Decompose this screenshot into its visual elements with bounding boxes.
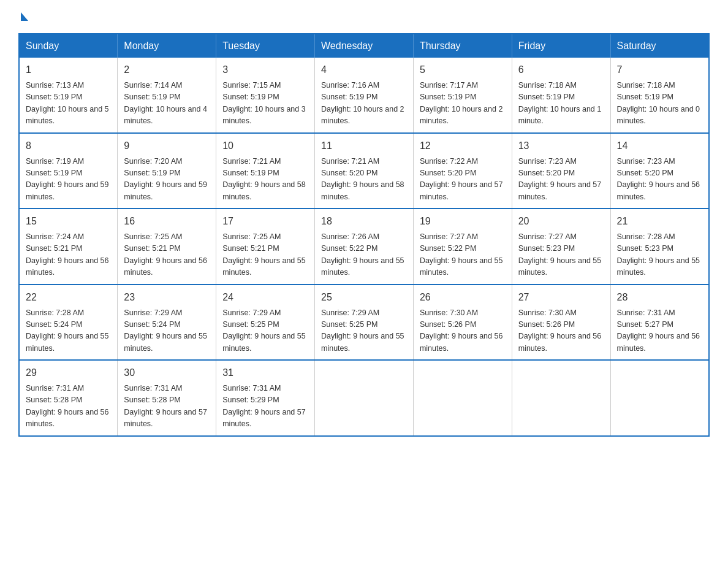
day-number: 29 — [26, 366, 111, 380]
day-number: 8 — [26, 139, 111, 153]
day-number: 5 — [420, 63, 506, 77]
day-number: 10 — [222, 139, 308, 153]
calendar-cell: 11Sunrise: 7:21 AMSunset: 5:20 PMDayligh… — [315, 133, 414, 209]
calendar-cell: 10Sunrise: 7:21 AMSunset: 5:19 PMDayligh… — [216, 133, 315, 209]
calendar-cell: 30Sunrise: 7:31 AMSunset: 5:28 PMDayligh… — [118, 360, 216, 436]
calendar-cell: 28Sunrise: 7:31 AMSunset: 5:27 PMDayligh… — [610, 285, 709, 361]
day-number: 9 — [124, 139, 210, 153]
calendar-cell: 4Sunrise: 7:16 AMSunset: 5:19 PMDaylight… — [315, 58, 414, 133]
day-of-week-header: Wednesday — [315, 34, 414, 58]
day-info: Sunrise: 7:29 AMSunset: 5:24 PMDaylight:… — [124, 307, 210, 355]
calendar-cell: 15Sunrise: 7:24 AMSunset: 5:21 PMDayligh… — [19, 209, 118, 285]
day-info: Sunrise: 7:16 AMSunset: 5:19 PMDaylight:… — [321, 80, 407, 128]
calendar-cell: 6Sunrise: 7:18 AMSunset: 5:19 PMDaylight… — [512, 58, 610, 133]
calendar-cell: 18Sunrise: 7:26 AMSunset: 5:22 PMDayligh… — [315, 209, 414, 285]
logo-triangle-icon — [21, 12, 28, 21]
day-number: 22 — [26, 290, 111, 305]
calendar-week-row: 8Sunrise: 7:19 AMSunset: 5:19 PMDaylight… — [19, 133, 709, 209]
day-info: Sunrise: 7:21 AMSunset: 5:20 PMDaylight:… — [321, 156, 407, 204]
day-number: 7 — [617, 63, 702, 77]
calendar-cell: 1Sunrise: 7:13 AMSunset: 5:19 PMDaylight… — [19, 58, 118, 133]
calendar-cell: 13Sunrise: 7:23 AMSunset: 5:20 PMDayligh… — [512, 133, 610, 209]
day-number: 16 — [124, 214, 210, 229]
day-number: 6 — [518, 63, 604, 77]
logo — [18, 12, 28, 21]
day-number: 11 — [321, 139, 407, 153]
calendar-cell: 29Sunrise: 7:31 AMSunset: 5:28 PMDayligh… — [19, 360, 118, 436]
day-info: Sunrise: 7:24 AMSunset: 5:21 PMDaylight:… — [26, 231, 111, 279]
day-number: 27 — [518, 290, 604, 305]
day-info: Sunrise: 7:31 AMSunset: 5:28 PMDaylight:… — [124, 383, 210, 431]
day-info: Sunrise: 7:20 AMSunset: 5:19 PMDaylight:… — [124, 156, 210, 204]
day-number: 23 — [124, 290, 210, 305]
day-info: Sunrise: 7:26 AMSunset: 5:22 PMDaylight:… — [321, 231, 407, 279]
day-number: 26 — [420, 290, 506, 305]
day-number: 21 — [617, 214, 702, 229]
calendar-cell: 22Sunrise: 7:28 AMSunset: 5:24 PMDayligh… — [19, 285, 118, 361]
day-of-week-header: Thursday — [413, 34, 512, 58]
day-info: Sunrise: 7:27 AMSunset: 5:23 PMDaylight:… — [518, 231, 604, 279]
day-number: 17 — [222, 214, 308, 229]
calendar-table: SundayMondayTuesdayWednesdayThursdayFrid… — [18, 33, 710, 437]
calendar-cell: 21Sunrise: 7:28 AMSunset: 5:23 PMDayligh… — [610, 209, 709, 285]
calendar-cell — [315, 360, 414, 436]
calendar-week-row: 29Sunrise: 7:31 AMSunset: 5:28 PMDayligh… — [19, 360, 709, 436]
day-number: 28 — [617, 290, 702, 305]
day-info: Sunrise: 7:25 AMSunset: 5:21 PMDaylight:… — [222, 231, 308, 279]
day-info: Sunrise: 7:22 AMSunset: 5:20 PMDaylight:… — [420, 156, 506, 204]
day-info: Sunrise: 7:25 AMSunset: 5:21 PMDaylight:… — [124, 231, 210, 279]
day-number: 2 — [124, 63, 210, 77]
day-info: Sunrise: 7:27 AMSunset: 5:22 PMDaylight:… — [420, 231, 506, 279]
day-info: Sunrise: 7:23 AMSunset: 5:20 PMDaylight:… — [617, 156, 702, 204]
calendar-cell: 25Sunrise: 7:29 AMSunset: 5:25 PMDayligh… — [315, 285, 414, 361]
calendar-cell: 31Sunrise: 7:31 AMSunset: 5:29 PMDayligh… — [216, 360, 315, 436]
day-info: Sunrise: 7:18 AMSunset: 5:19 PMDaylight:… — [518, 80, 604, 128]
calendar-cell: 23Sunrise: 7:29 AMSunset: 5:24 PMDayligh… — [118, 285, 216, 361]
day-number: 14 — [617, 139, 702, 153]
day-number: 12 — [420, 139, 506, 153]
day-info: Sunrise: 7:28 AMSunset: 5:23 PMDaylight:… — [617, 231, 702, 279]
day-number: 1 — [26, 63, 111, 77]
day-of-week-header: Monday — [118, 34, 216, 58]
day-info: Sunrise: 7:21 AMSunset: 5:19 PMDaylight:… — [222, 156, 308, 204]
day-number: 30 — [124, 366, 210, 380]
calendar-cell — [512, 360, 610, 436]
day-info: Sunrise: 7:28 AMSunset: 5:24 PMDaylight:… — [26, 307, 111, 355]
calendar-cell: 5Sunrise: 7:17 AMSunset: 5:19 PMDaylight… — [413, 58, 512, 133]
page-header — [18, 12, 710, 21]
day-number: 15 — [26, 214, 111, 229]
calendar-cell: 7Sunrise: 7:18 AMSunset: 5:19 PMDaylight… — [610, 58, 709, 133]
day-number: 25 — [321, 290, 407, 305]
calendar-header-row: SundayMondayTuesdayWednesdayThursdayFrid… — [19, 34, 709, 58]
day-of-week-header: Tuesday — [216, 34, 315, 58]
day-of-week-header: Saturday — [610, 34, 709, 58]
day-info: Sunrise: 7:17 AMSunset: 5:19 PMDaylight:… — [420, 80, 506, 128]
day-number: 20 — [518, 214, 604, 229]
day-info: Sunrise: 7:14 AMSunset: 5:19 PMDaylight:… — [124, 80, 210, 128]
calendar-cell: 24Sunrise: 7:29 AMSunset: 5:25 PMDayligh… — [216, 285, 315, 361]
day-info: Sunrise: 7:29 AMSunset: 5:25 PMDaylight:… — [321, 307, 407, 355]
day-info: Sunrise: 7:13 AMSunset: 5:19 PMDaylight:… — [26, 80, 111, 128]
calendar-cell — [610, 360, 709, 436]
day-number: 4 — [321, 63, 407, 77]
day-info: Sunrise: 7:15 AMSunset: 5:19 PMDaylight:… — [222, 80, 308, 128]
day-number: 31 — [222, 366, 308, 380]
logo-blue-text — [18, 12, 28, 21]
calendar-cell: 17Sunrise: 7:25 AMSunset: 5:21 PMDayligh… — [216, 209, 315, 285]
calendar-cell: 9Sunrise: 7:20 AMSunset: 5:19 PMDaylight… — [118, 133, 216, 209]
calendar-cell — [413, 360, 512, 436]
calendar-cell: 27Sunrise: 7:30 AMSunset: 5:26 PMDayligh… — [512, 285, 610, 361]
day-number: 3 — [222, 63, 308, 77]
day-number: 13 — [518, 139, 604, 153]
calendar-cell: 26Sunrise: 7:30 AMSunset: 5:26 PMDayligh… — [413, 285, 512, 361]
day-info: Sunrise: 7:30 AMSunset: 5:26 PMDaylight:… — [518, 307, 604, 355]
day-info: Sunrise: 7:23 AMSunset: 5:20 PMDaylight:… — [518, 156, 604, 204]
calendar-cell: 14Sunrise: 7:23 AMSunset: 5:20 PMDayligh… — [610, 133, 709, 209]
day-info: Sunrise: 7:31 AMSunset: 5:27 PMDaylight:… — [617, 307, 702, 355]
day-number: 24 — [222, 290, 308, 305]
day-info: Sunrise: 7:19 AMSunset: 5:19 PMDaylight:… — [26, 156, 111, 204]
day-of-week-header: Sunday — [19, 34, 118, 58]
calendar-cell: 19Sunrise: 7:27 AMSunset: 5:22 PMDayligh… — [413, 209, 512, 285]
day-info: Sunrise: 7:30 AMSunset: 5:26 PMDaylight:… — [420, 307, 506, 355]
day-number: 19 — [420, 214, 506, 229]
